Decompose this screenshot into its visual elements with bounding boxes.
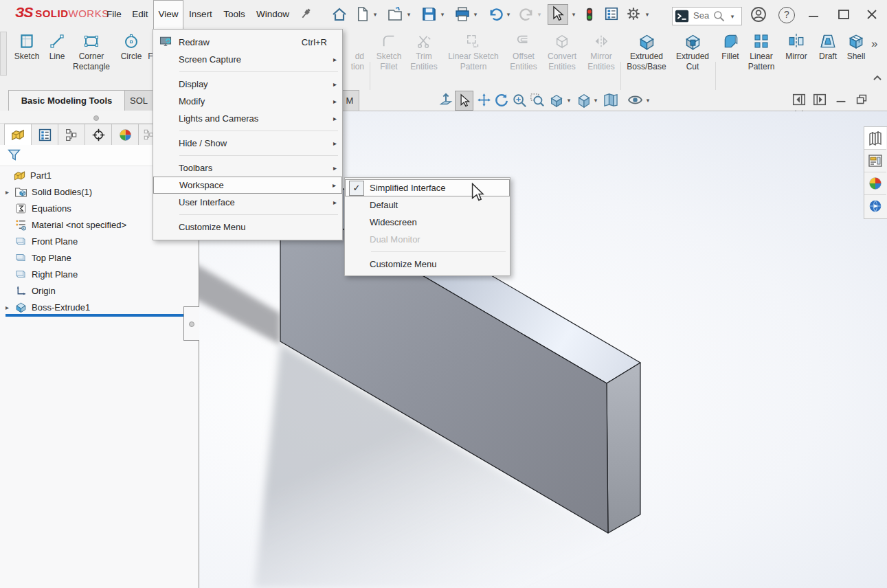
design-library-tab[interactable] — [864, 127, 886, 150]
collapse-right-pane-icon[interactable] — [812, 92, 827, 107]
menu-item-modify[interactable]: Modify ▸ — [153, 93, 342, 110]
shell-button[interactable]: Shell — [842, 31, 871, 87]
hide-show-items-icon[interactable] — [627, 91, 644, 109]
settings-gear-icon[interactable] — [626, 6, 642, 23]
tab-clipped-m[interactable]: M — [340, 90, 359, 111]
linear-sketch-pattern-button[interactable]: Linear SketchPattern — [444, 31, 503, 87]
submenu-item-simplified-interface[interactable]: ✓ Simplified Interface — [345, 179, 510, 196]
search-caret[interactable]: ▾ — [729, 8, 736, 25]
normal-to-icon[interactable] — [437, 91, 454, 109]
menu-item-redraw[interactable]: Redraw Ctrl+R — [153, 34, 342, 51]
interference-check-icon[interactable] — [582, 6, 598, 23]
sketch-button[interactable]: Sketch — [10, 31, 44, 87]
menu-view[interactable]: View — [153, 0, 183, 30]
search-box[interactable]: Sea ▾ — [672, 7, 742, 25]
extruded-cut-button[interactable]: ExtrudedCut — [673, 31, 712, 87]
line-button[interactable]: Line — [45, 31, 69, 87]
zoom-to-area-icon[interactable] — [528, 91, 546, 109]
panel-collapse-handle[interactable] — [183, 306, 199, 341]
linear-pattern-button[interactable]: LinearPattern — [745, 31, 778, 87]
tree-item-origin[interactable]: Origin — [0, 282, 198, 299]
open-button[interactable] — [387, 6, 403, 23]
fillet-button[interactable]: Fillet — [717, 31, 743, 87]
section-view-caret[interactable]: ▾ — [565, 92, 572, 109]
document-restore-icon[interactable] — [854, 92, 869, 107]
save-caret[interactable]: ▾ — [439, 6, 446, 23]
window-maximize-button[interactable] — [835, 6, 852, 23]
new-document-button[interactable] — [355, 6, 371, 23]
submenu-item-default[interactable]: Default — [345, 196, 510, 214]
rollback-bar[interactable] — [5, 314, 192, 317]
document-minimize-icon[interactable] — [833, 92, 849, 107]
tree-item-right-plane[interactable]: Right Plane — [0, 266, 198, 282]
corner-rectangle-button[interactable]: CornerRectangle — [69, 31, 114, 87]
menu-item-hide-show[interactable]: Hide / Show ▸ — [153, 135, 342, 152]
menu-file[interactable]: File — [102, 0, 126, 29]
tree-item-top-plane[interactable]: Top Plane — [0, 249, 198, 266]
undo-button[interactable] — [487, 6, 504, 23]
hide-show-caret[interactable]: ▾ — [644, 92, 651, 109]
draft-button[interactable]: Draft — [814, 31, 842, 87]
submenu-item-customize-menu[interactable]: Customize Menu — [345, 256, 510, 273]
custom-properties-tab[interactable] — [864, 150, 886, 172]
view-orientation-icon[interactable] — [575, 91, 592, 109]
tree-item-boss-extrude[interactable]: ▸ Boss-Extrude1 — [0, 299, 198, 315]
ribbon-overflow-chevron[interactable]: » — [871, 37, 877, 51]
expand-arrow-icon[interactable]: ▸ — [5, 188, 14, 196]
menu-item-display[interactable]: Display ▸ — [153, 76, 342, 93]
help-icon[interactable]: ? — [778, 7, 795, 23]
view-orientation-caret[interactable]: ▾ — [592, 92, 599, 109]
expand-arrow-icon[interactable]: ▸ — [5, 304, 14, 311]
window-minimize-button[interactable] — [805, 6, 822, 23]
save-button[interactable] — [421, 6, 438, 23]
dimxpertmanager-tab[interactable] — [85, 124, 112, 146]
account-icon[interactable] — [750, 6, 767, 23]
menu-window[interactable]: Window — [251, 0, 294, 29]
home-button[interactable] — [331, 6, 348, 23]
search-input[interactable]: Sea — [693, 10, 709, 21]
search-icon[interactable] — [712, 10, 726, 23]
pan-icon[interactable] — [475, 91, 493, 109]
circle-button[interactable]: Circle — [115, 31, 147, 87]
propertymanager-tab[interactable] — [31, 124, 58, 146]
featuremanager-tab[interactable] — [4, 124, 32, 146]
zoom-to-fit-icon[interactable] — [510, 91, 528, 109]
mirror-entities-button[interactable]: MirrorEntities — [583, 31, 619, 87]
menu-tools[interactable]: Tools — [219, 0, 249, 29]
viewport-select-icon[interactable] — [455, 91, 473, 111]
menu-item-workspace[interactable]: Workspace ▸ — [153, 177, 342, 194]
print-caret[interactable]: ▾ — [472, 6, 479, 23]
redo-button[interactable] — [519, 6, 535, 23]
tab-basic-modeling-tools[interactable]: Basic Modeling Tools — [8, 90, 125, 111]
menu-item-lights-and-cameras[interactable]: Lights and Cameras ▸ — [153, 110, 342, 127]
clipped-add-relation-fragment[interactable]: ddtion — [341, 31, 364, 87]
menu-item-user-interface[interactable]: User Interface ▸ — [153, 194, 342, 211]
appearances-tab[interactable] — [864, 172, 886, 195]
trim-entities-button[interactable]: TrimEntities — [408, 31, 440, 87]
solidworks-forum-tab[interactable] — [864, 195, 886, 217]
window-close-button[interactable] — [864, 6, 880, 23]
convert-entities-button[interactable]: ConvertEntities — [543, 31, 581, 87]
pin-menu-icon[interactable] — [298, 6, 315, 23]
part-end-face[interactable] — [607, 363, 640, 533]
sketch-fillet-button[interactable]: SketchFillet — [373, 31, 405, 87]
rotate-view-icon[interactable] — [493, 91, 510, 109]
offset-entities-button[interactable]: OffsetEntities — [506, 31, 541, 87]
menu-item-screen-capture[interactable]: Screen Capture ▸ — [153, 51, 342, 68]
menu-item-customize-menu[interactable]: Customize Menu — [153, 218, 342, 236]
apply-scene-icon[interactable] — [602, 91, 619, 109]
undo-caret[interactable]: ▾ — [505, 6, 512, 23]
select-tool-caret[interactable]: ▾ — [570, 6, 577, 23]
print-button[interactable] — [454, 6, 471, 23]
displaymanager-tab[interactable] — [111, 124, 139, 146]
extruded-boss-base-button[interactable]: ExtrudedBoss/Base — [624, 31, 669, 87]
new-document-caret[interactable]: ▾ — [372, 6, 379, 23]
menu-insert[interactable]: Insert — [184, 0, 217, 29]
ribbon-collapse-icon[interactable] — [873, 74, 882, 81]
open-caret[interactable]: ▾ — [405, 6, 412, 23]
submenu-item-widescreen[interactable]: Widescreen — [345, 214, 510, 231]
configurationmanager-tab[interactable] — [58, 124, 85, 146]
menu-item-toolbars[interactable]: Toolbars ▸ — [153, 159, 342, 177]
mirror-button[interactable]: Mirror — [780, 31, 813, 87]
options-list-icon[interactable] — [604, 6, 620, 23]
